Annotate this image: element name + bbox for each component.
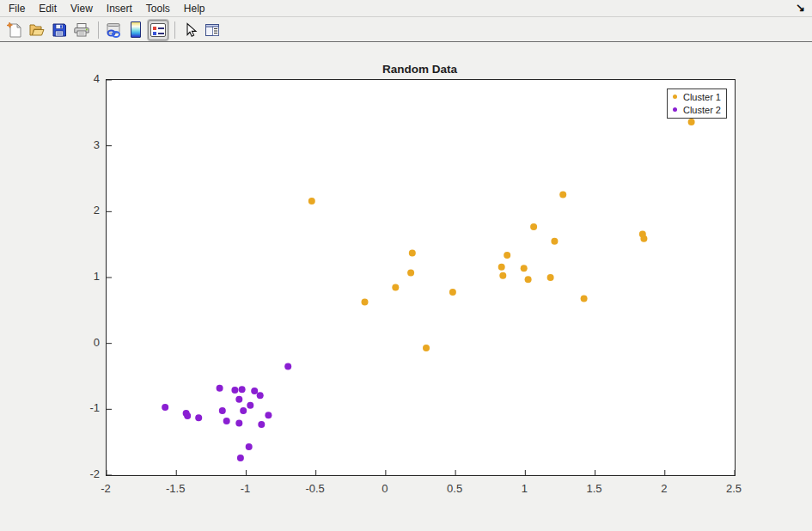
y-tick-label: 0: [57, 336, 100, 349]
data-point: [235, 396, 242, 403]
data-point: [551, 238, 558, 245]
y-tick-label: -2: [57, 467, 100, 480]
axes-properties-icon: [204, 21, 221, 39]
data-point: [251, 388, 258, 394]
data-point: [407, 270, 414, 277]
menu-edit[interactable]: Edit: [32, 1, 64, 16]
data-point: [640, 235, 647, 242]
legend-entry-cluster1: Cluster 1: [673, 90, 721, 103]
print-icon: [73, 21, 90, 39]
window-resize-icon[interactable]: ↘: [796, 1, 805, 14]
x-tick-label: 1.5: [576, 482, 614, 495]
x-tick-label: -0.5: [296, 482, 334, 495]
data-point: [246, 443, 253, 450]
data-point: [235, 419, 242, 426]
data-point: [392, 284, 399, 291]
data-point: [162, 404, 168, 411]
x-tick-label: 2.5: [715, 482, 753, 495]
menu-help[interactable]: Help: [177, 1, 212, 16]
data-point: [530, 223, 537, 230]
data-point: [362, 298, 369, 305]
data-point: [239, 386, 246, 393]
data-point: [498, 264, 505, 271]
data-point: [195, 414, 202, 421]
data-point: [499, 272, 506, 279]
x-tick-label: -2: [87, 482, 125, 495]
scatter-plot: [107, 80, 735, 475]
toolbar-separator: [174, 21, 175, 39]
new-figure-icon: [6, 21, 23, 39]
legend-label: Cluster 2: [683, 105, 721, 115]
colorbar-button[interactable]: [125, 20, 146, 40]
print-button[interactable]: [71, 20, 92, 40]
open-folder-icon: [28, 21, 46, 39]
axes-properties-button[interactable]: [202, 20, 223, 40]
plot-title: Random Data: [106, 63, 734, 76]
x-tick-label: 0.5: [436, 482, 473, 495]
toolbar-separator: [98, 21, 99, 39]
data-point: [247, 402, 253, 409]
data-point: [240, 407, 247, 414]
data-point: [423, 345, 430, 351]
colorbar-icon: [131, 21, 141, 38]
figure-canvas: Random Data Cluster 1 Cluster 2 -2-1.5-1…: [0, 43, 812, 531]
data-point: [409, 250, 416, 257]
y-tick-label: 2: [57, 204, 100, 217]
data-point: [231, 387, 238, 394]
pointer-icon: [181, 21, 198, 39]
data-point: [521, 265, 528, 272]
legend-label: Cluster 1: [683, 92, 721, 102]
link-axes-button[interactable]: [103, 20, 124, 40]
data-point: [265, 412, 272, 418]
y-tick-label: 1: [57, 270, 100, 283]
save-icon: [51, 21, 68, 39]
data-point: [581, 296, 588, 302]
x-tick-label: 1: [505, 482, 543, 495]
data-point: [257, 392, 264, 399]
menu-insert[interactable]: Insert: [100, 1, 139, 16]
legend-toggle-icon: [150, 23, 166, 37]
select-pointer-button[interactable]: [180, 20, 200, 40]
data-point: [184, 412, 191, 419]
data-point: [217, 385, 223, 392]
menu-view[interactable]: View: [64, 1, 100, 16]
data-point: [504, 252, 510, 259]
data-point: [219, 407, 226, 414]
axes: Cluster 1 Cluster 2: [106, 79, 736, 476]
legend[interactable]: Cluster 1 Cluster 2: [667, 88, 727, 119]
data-point: [525, 276, 532, 283]
data-point: [559, 191, 566, 198]
y-tick-label: -1: [57, 401, 100, 414]
cluster2-marker-icon: [673, 107, 677, 112]
legend-toggle-button[interactable]: [148, 20, 168, 40]
toolbar: [0, 18, 812, 42]
data-point: [547, 274, 554, 281]
y-tick-label: 3: [57, 138, 100, 151]
menu-file[interactable]: File: [2, 1, 32, 16]
x-tick-label: 0: [366, 482, 404, 495]
legend-entry-cluster2: Cluster 2: [673, 103, 721, 116]
data-point: [258, 421, 265, 428]
y-tick-label: 4: [57, 72, 100, 85]
figure-window: File Edit View Insert Tools Help ↘: [0, 0, 812, 531]
new-figure-button[interactable]: [4, 20, 25, 40]
link-axes-icon: [105, 21, 122, 39]
cluster1-marker-icon: [673, 95, 677, 99]
data-point: [223, 418, 230, 424]
menu-bar: File Edit View Insert Tools Help ↘: [0, 0, 812, 17]
data-point: [449, 289, 456, 296]
data-point: [284, 363, 291, 370]
data-point: [688, 119, 695, 125]
x-tick-label: -1.5: [156, 482, 194, 495]
menu-tools[interactable]: Tools: [139, 1, 177, 16]
save-button[interactable]: [49, 20, 70, 40]
x-tick-label: 2: [645, 482, 683, 495]
data-point: [237, 455, 244, 461]
open-button[interactable]: [27, 20, 47, 40]
data-point: [308, 198, 315, 204]
x-tick-label: -1: [226, 482, 264, 495]
